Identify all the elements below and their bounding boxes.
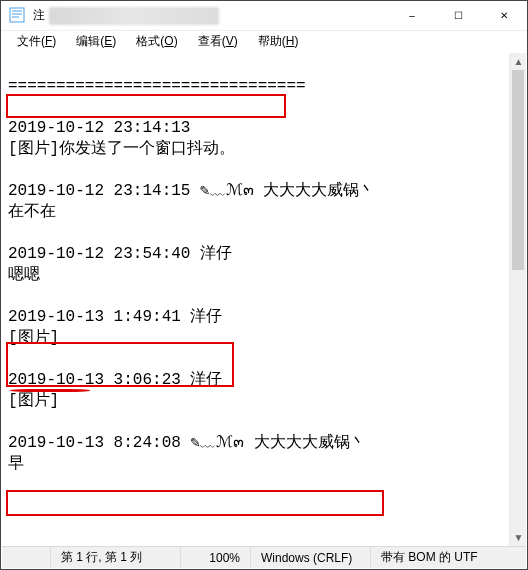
log-line: 早 (8, 455, 24, 473)
menu-edit[interactable]: 编辑(E) (66, 32, 126, 51)
log-line: [图片]你发送了一个窗口抖动。 (8, 140, 235, 158)
menu-file[interactable]: 文件(F) (7, 32, 66, 51)
text-editor[interactable]: =============================== 2019-10-… (2, 53, 509, 546)
title-bar: 注 – ☐ ✕ (1, 1, 527, 31)
menu-help-accel: H (286, 34, 295, 48)
menu-format-label: 格式 (136, 34, 160, 48)
window-title-redacted (49, 7, 219, 25)
status-pad (2, 547, 50, 568)
log-line: 2019-10-13 3:06:23 洋仔 (8, 371, 222, 389)
log-line: 在不在 (8, 203, 56, 221)
status-zoom: 100% (180, 547, 250, 568)
menu-file-label: 文件 (17, 34, 41, 48)
menu-help-label: 帮助 (258, 34, 282, 48)
menu-format-accel: O (164, 34, 173, 48)
log-line: [图片] (8, 329, 59, 347)
log-line: 2019-10-12 23:14:15 ✎﹏ℳ๓ 大大大大威锅丶 (8, 182, 375, 200)
menu-bar: 文件(F) 编辑(E) 格式(O) 查看(V) 帮助(H) (1, 31, 527, 52)
menu-help[interactable]: 帮助(H) (248, 32, 309, 51)
status-bar: 第 1 行, 第 1 列 100% Windows (CRLF) 带有 BOM … (2, 546, 526, 568)
maximize-button[interactable]: ☐ (435, 1, 481, 31)
menu-view[interactable]: 查看(V) (188, 32, 248, 51)
status-encoding: 带有 BOM 的 UTF (370, 547, 526, 568)
editor-container: =============================== 2019-10-… (2, 53, 526, 546)
menu-view-accel: V (226, 34, 234, 48)
scroll-up-icon[interactable]: ▲ (510, 53, 526, 70)
separator-line: =============================== (8, 77, 306, 95)
minimize-button[interactable]: – (389, 1, 435, 31)
status-position: 第 1 行, 第 1 列 (50, 547, 180, 568)
log-line: 嗯嗯 (8, 266, 40, 284)
log-line: 2019-10-12 23:54:40 洋仔 (8, 245, 232, 263)
menu-format[interactable]: 格式(O) (126, 32, 187, 51)
vertical-scrollbar[interactable]: ▲ ▼ (509, 53, 526, 546)
window-title-prefix: 注 (33, 7, 45, 24)
close-button[interactable]: ✕ (481, 1, 527, 31)
log-line: 2019-10-12 23:14:13 (8, 119, 190, 137)
svg-rect-0 (10, 8, 24, 22)
app-icon (7, 5, 29, 27)
menu-edit-label: 编辑 (76, 34, 100, 48)
menu-view-label: 查看 (198, 34, 222, 48)
scroll-down-icon[interactable]: ▼ (510, 529, 526, 546)
menu-edit-accel: E (104, 34, 112, 48)
scroll-thumb[interactable] (512, 70, 524, 270)
log-line: 2019-10-13 8:24:08 ✎﹏ℳ๓ 大大大大威锅丶 (8, 434, 366, 452)
status-lineending: Windows (CRLF) (250, 547, 370, 568)
log-line: 2019-10-13 1:49:41 洋仔 (8, 308, 222, 326)
log-line: [图片] (8, 392, 59, 410)
menu-file-accel: F (45, 34, 52, 48)
